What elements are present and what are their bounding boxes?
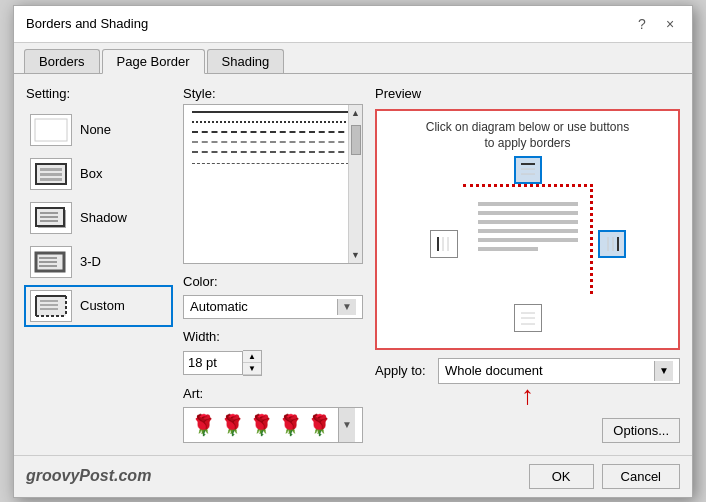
apply-to-label: Apply to: [375,363,430,378]
width-label: Width: [183,329,363,344]
content-line-3 [478,220,578,224]
middle-panel: Style: ▲ ▼ [183,86,363,443]
watermark: groovyPost.com [26,467,151,485]
style-scrollbar[interactable]: ▲ ▼ [348,105,362,263]
setting-none-icon [30,114,72,146]
scroll-up-icon[interactable]: ▲ [351,105,360,121]
flower-3: 🌹 [249,413,274,437]
border-top-icon [519,161,537,179]
setting-shadow-icon [30,202,72,234]
svg-rect-21 [40,308,58,310]
style-dashed [192,131,354,133]
setting-box[interactable]: Box [26,155,171,193]
apply-to-value: Whole document [445,363,543,378]
apply-to-container: Apply to: Whole document ▼ ↑ [375,358,680,410]
setting-custom[interactable]: Custom [26,287,171,325]
svg-rect-19 [40,300,58,302]
help-button[interactable]: ? [632,14,652,34]
flower-5: 🌹 [307,413,332,437]
content-line-4 [478,229,578,233]
setting-3d-label: 3-D [80,254,101,269]
tab-borders[interactable]: Borders [24,49,100,73]
border-button-right[interactable] [598,230,626,258]
style-list[interactable]: ▲ ▼ [183,104,363,264]
preview-page-container [463,184,593,294]
color-select[interactable]: Automatic ▼ [183,295,363,319]
svg-rect-9 [40,220,58,222]
dialog-button-row: OK Cancel [529,464,680,489]
svg-rect-8 [40,216,58,218]
setting-box-label: Box [80,166,102,181]
preview-label: Preview [375,86,680,101]
preview-diagram [428,154,628,334]
content-line-1 [478,202,578,206]
flower-1: 🌹 [191,413,216,437]
close-button[interactable]: × [660,14,680,34]
right-panel: Preview Click on diagram below or use bu… [375,86,680,443]
setting-none-label: None [80,122,111,137]
content-area: Setting: None [14,74,692,455]
svg-rect-11 [39,257,57,259]
title-icons: ? × [632,14,680,34]
width-up-button[interactable]: ▲ [243,351,261,363]
preview-instruction-line1: Click on diagram below or use buttons [426,120,629,134]
setting-shadow-label: Shadow [80,210,127,225]
preview-content-lines [478,202,578,251]
ok-button[interactable]: OK [529,464,594,489]
options-button[interactable]: Options... [602,418,680,443]
setting-3d[interactable]: 3-D [26,243,171,281]
options-row: Options... [375,418,680,443]
3d-icon-svg [33,249,69,275]
preview-border-top [463,184,593,187]
preview-box[interactable]: Click on diagram below or use buttons to… [375,109,680,350]
content-line-6 [478,247,538,251]
setting-none[interactable]: None [26,111,171,149]
scroll-down-icon[interactable]: ▼ [351,247,360,263]
custom-icon-svg [33,293,69,319]
art-section: Art: 🌹 🌹 🌹 🌹 🌹 ▼ [183,386,363,443]
style-lines-container [184,105,362,170]
setting-3d-icon [30,246,72,278]
setting-panel: Setting: None [26,86,171,443]
setting-box-icon [30,158,72,190]
apply-to-select[interactable]: Whole document ▼ [438,358,680,384]
art-label: Art: [183,386,363,401]
color-label: Color: [183,274,363,289]
cancel-button[interactable]: Cancel [602,464,680,489]
color-dropdown-icon[interactable]: ▼ [337,299,356,315]
svg-rect-4 [40,178,62,181]
svg-rect-12 [39,261,57,263]
setting-custom-icon [30,290,72,322]
shadow-icon-svg [33,205,69,231]
width-input[interactable] [183,351,243,375]
svg-rect-20 [40,304,58,306]
svg-rect-7 [40,212,58,214]
border-bottom-icon [519,309,537,327]
art-dropdown-btn[interactable]: ▼ [339,407,363,443]
flower-2: 🌹 [220,413,245,437]
svg-rect-0 [35,119,67,141]
style-dash-dot [192,151,354,153]
svg-rect-3 [40,173,62,176]
color-value: Automatic [190,299,248,314]
apply-to-dropdown-icon[interactable]: ▼ [654,361,673,381]
dialog: Borders and Shading ? × Borders Page Bor… [13,5,693,498]
preview-border-right [590,184,593,294]
border-button-bottom[interactable] [514,304,542,332]
scroll-thumb[interactable] [351,125,361,155]
art-dropdown-icon[interactable]: ▼ [339,408,355,442]
width-down-button[interactable]: ▼ [243,363,261,375]
tab-page-border[interactable]: Page Border [102,49,205,74]
border-button-left[interactable] [430,230,458,258]
width-spinner: ▲ ▼ [243,350,262,376]
none-icon-svg [33,117,69,143]
style-solid [192,111,354,113]
preview-instruction-line2: to apply borders [484,136,570,150]
dialog-title: Borders and Shading [26,16,148,31]
svg-rect-13 [39,265,57,267]
tab-bar: Borders Page Border Shading [14,43,692,74]
tab-shading[interactable]: Shading [207,49,285,73]
border-button-top[interactable] [514,156,542,184]
setting-shadow[interactable]: Shadow [26,199,171,237]
red-arrow-container: ↑ [375,382,680,410]
